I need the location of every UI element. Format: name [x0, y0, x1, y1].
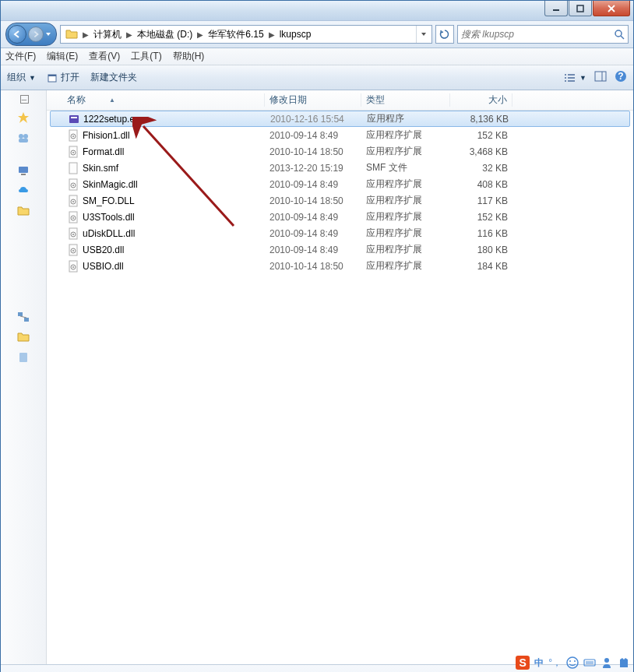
file-row[interactable]: Format.dll2010-10-14 18:50应用程序扩展3,468 KB — [47, 143, 633, 160]
new-folder-button[interactable]: 新建文件夹 — [90, 71, 137, 84]
svg-point-53 — [72, 266, 74, 268]
ime-lang[interactable]: 中 — [534, 656, 544, 670]
file-row[interactable]: SM_FO.DLL2010-10-14 18:50应用程序扩展117 KB — [47, 192, 633, 209]
menu-edit[interactable]: 编辑(E) — [47, 50, 78, 63]
svg-point-19 — [23, 134, 28, 139]
ime-person-icon[interactable] — [601, 656, 613, 669]
file-row[interactable]: USBIO.dll2010-10-14 18:50应用程序扩展184 KB — [47, 258, 633, 274]
address-bar[interactable]: ▶ 计算机 ▶ 本地磁盘 (D:) ▶ 华军软件6.15 ▶ lkupscp — [60, 25, 432, 44]
file-row[interactable]: 1222setup.exe2010-12-16 15:54应用程序8,136 K… — [50, 111, 630, 127]
file-type: 应用程序扩展 — [361, 259, 450, 273]
svg-point-50 — [72, 250, 74, 252]
navbar: ▶ 计算机 ▶ 本地磁盘 (D:) ▶ 华军软件6.15 ▶ lkupscp — [1, 21, 633, 48]
menu-file[interactable]: 文件(F) — [5, 50, 36, 63]
breadcrumb-folder1[interactable]: 华军软件6.15 — [205, 28, 266, 41]
help-button[interactable]: ? — [615, 70, 627, 85]
svg-rect-61 — [584, 660, 595, 666]
device-icon[interactable] — [17, 351, 30, 364]
folder-icon — [65, 29, 78, 40]
file-row[interactable]: USB20.dll2010-09-14 8:49应用程序扩展180 KB — [47, 241, 633, 258]
column-date[interactable]: 修改日期 — [265, 93, 361, 107]
ime-emoji-icon[interactable] — [566, 656, 579, 669]
file-name: SkinMagic.dll — [62, 178, 265, 191]
file-name: SM_FO.DLL — [62, 195, 265, 207]
chevron-right-icon[interactable]: ▶ — [125, 30, 134, 39]
view-mode-button[interactable]: ▼ — [564, 72, 586, 83]
file-row[interactable]: uDiskDLL.dll2010-09-14 8:49应用程序扩展116 KB — [47, 225, 633, 241]
minimize-button[interactable] — [544, 1, 568, 16]
sidebar: ─ — [1, 90, 47, 664]
breadcrumb-drive[interactable]: 本地磁盘 (D:) — [134, 28, 195, 41]
refresh-button[interactable] — [435, 25, 454, 44]
open-button[interactable]: 打开 — [47, 71, 79, 84]
svg-rect-27 — [69, 115, 79, 123]
search-box[interactable] — [457, 25, 629, 44]
svg-point-4 — [615, 30, 622, 37]
favorites-icon[interactable] — [17, 111, 30, 124]
file-name: U3STools.dll — [62, 211, 265, 223]
search-input[interactable] — [461, 29, 614, 40]
list-view-icon — [564, 72, 578, 83]
column-name[interactable]: 名称▲ — [62, 93, 265, 107]
network-icon[interactable] — [17, 311, 30, 323]
file-list[interactable]: 1222setup.exe2010-12-16 15:54应用程序8,136 K… — [47, 111, 633, 274]
file-name: USBIO.dll — [62, 260, 265, 273]
breadcrumb-computer[interactable]: 计算机 — [90, 28, 125, 41]
svg-point-11 — [565, 74, 566, 76]
titlebar[interactable] — [1, 1, 633, 21]
file-panel: 名称▲ 修改日期 类型 大小 1222setup.exe2010-12-16 1… — [47, 90, 633, 664]
preview-pane-button[interactable] — [594, 71, 607, 84]
file-row[interactable]: SkinMagic.dll2010-09-14 8:49应用程序扩展408 KB — [47, 176, 633, 192]
file-row[interactable]: Skin.smf2013-12-20 15:19SMF 文件32 KB — [47, 160, 633, 176]
menu-help[interactable]: 帮助(H) — [173, 50, 205, 63]
column-size[interactable]: 大小 — [450, 93, 512, 107]
column-type[interactable]: 类型 — [361, 93, 450, 107]
chevron-right-icon[interactable]: ▶ — [267, 30, 276, 39]
file-type: 应用程序扩展 — [361, 210, 450, 223]
organize-button[interactable]: 组织▼ — [7, 71, 36, 84]
file-date: 2010-10-14 18:50 — [265, 146, 361, 157]
close-button[interactable] — [593, 1, 630, 16]
homegroup-icon[interactable] — [17, 132, 30, 144]
svg-point-44 — [72, 217, 74, 219]
ime-punct-icon[interactable]: °， — [548, 656, 562, 670]
svg-text:?: ? — [618, 71, 623, 82]
tree-collapse-icon[interactable]: ─ — [20, 95, 29, 104]
file-type: SMF 文件 — [361, 161, 450, 174]
svg-point-13 — [565, 80, 566, 82]
address-dropdown[interactable] — [416, 26, 430, 43]
tree-node[interactable]: ─ — [17, 95, 30, 104]
computer-icon[interactable] — [17, 164, 30, 177]
chevron-right-icon[interactable]: ▶ — [81, 30, 90, 39]
history-dropdown[interactable] — [44, 31, 53, 37]
folder-icon[interactable] — [17, 331, 30, 343]
chevron-right-icon[interactable]: ▶ — [195, 30, 205, 39]
cloud-icon[interactable] — [17, 185, 30, 197]
menu-tools[interactable]: 工具(T) — [131, 50, 161, 63]
back-button[interactable] — [8, 25, 26, 44]
file-date: 2010-09-14 8:49 — [265, 179, 361, 190]
file-size: 8,136 KB — [451, 114, 513, 125]
ime-keyboard-icon[interactable] — [583, 656, 596, 669]
svg-point-60 — [574, 660, 576, 662]
svg-line-5 — [621, 36, 624, 39]
svg-rect-28 — [71, 117, 77, 118]
file-row[interactable]: U3STools.dll2010-09-14 8:49应用程序扩展152 KB — [47, 209, 633, 225]
folder-icon[interactable] — [17, 205, 30, 217]
file-type: 应用程序扩展 — [361, 227, 450, 240]
file-size: 117 KB — [450, 195, 512, 206]
menu-view[interactable]: 查看(V) — [89, 50, 120, 63]
forward-button[interactable] — [28, 26, 44, 42]
file-row[interactable]: Fhision1.dll2010-09-14 8:49应用程序扩展152 KB — [47, 127, 633, 143]
file-type: 应用程序扩展 — [361, 194, 450, 207]
sogou-ime-icon[interactable]: S — [516, 656, 530, 670]
breadcrumb-folder2[interactable]: lkupscp — [276, 29, 315, 40]
svg-rect-1 — [577, 5, 583, 12]
ime-skin-icon[interactable] — [618, 656, 630, 669]
menubar: 文件(F) 编辑(E) 查看(V) 工具(T) 帮助(H) — [1, 48, 633, 65]
file-date: 2010-10-14 18:50 — [265, 261, 361, 272]
file-type: 应用程序 — [362, 112, 451, 125]
maximize-button[interactable] — [569, 1, 592, 16]
svg-rect-22 — [21, 174, 26, 175]
file-size: 184 KB — [450, 261, 512, 272]
